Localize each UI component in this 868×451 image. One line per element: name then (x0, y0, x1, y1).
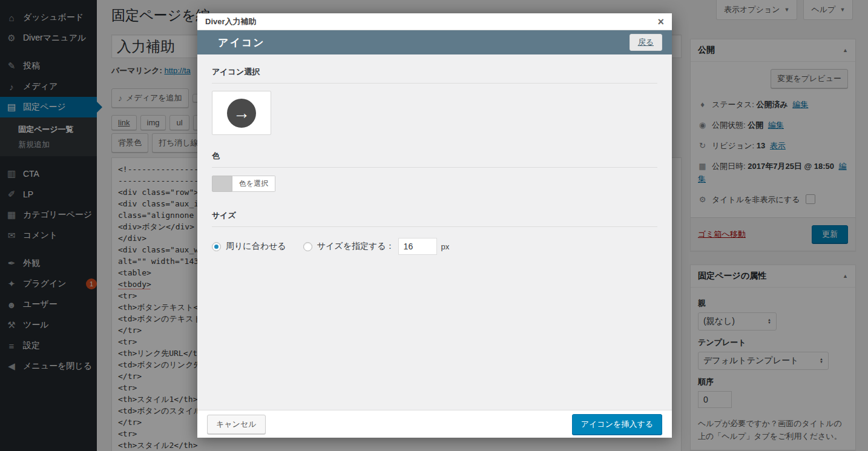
size-input[interactable] (398, 238, 437, 255)
selected-icon-tile[interactable]: → (212, 91, 271, 135)
color-swatch[interactable] (212, 176, 232, 192)
modal-header: Diver入力補助 × (197, 13, 672, 30)
back-button[interactable]: 戻る (630, 34, 662, 51)
modal-footer: キャンセル アイコンを挿入する (197, 410, 672, 438)
modal-title: Diver入力補助 (205, 16, 257, 27)
cancel-button[interactable]: キャンセル (207, 415, 266, 434)
modal-body: アイコン選択 → 色 色を選択 サイズ 周りに合わせる サイズを指定する： px (197, 54, 672, 267)
arrow-circle-right-icon: → (227, 99, 256, 128)
insert-icon-button[interactable]: アイコンを挿入する (572, 414, 662, 435)
screen: ⌂ ダッシュボード ⚙ Diverマニュアル ✎ 投稿 ♪ メディア ▤ 固定ペ… (0, 0, 868, 451)
color-picker: 色を選択 (212, 176, 657, 192)
size-heading: サイズ (212, 210, 657, 227)
close-icon[interactable]: × (657, 16, 664, 27)
custom-size-radio[interactable] (303, 242, 312, 251)
color-heading: 色 (212, 151, 657, 168)
icon-select-heading: アイコン選択 (212, 67, 657, 84)
size-unit-label: px (441, 242, 450, 251)
fit-size-label[interactable]: 周りに合わせる (226, 241, 286, 252)
diver-input-assist-modal: Diver入力補助 × アイコン 戻る アイコン選択 → 色 色を選択 サイズ … (197, 13, 672, 438)
pick-color-button[interactable]: 色を選択 (232, 176, 275, 192)
icon-screen-band: アイコン 戻る (197, 30, 672, 54)
size-options: 周りに合わせる サイズを指定する： px (212, 238, 657, 255)
custom-size-label[interactable]: サイズを指定する： (317, 241, 395, 252)
icon-screen-title: アイコン (218, 36, 265, 50)
fit-size-radio[interactable] (212, 242, 221, 251)
